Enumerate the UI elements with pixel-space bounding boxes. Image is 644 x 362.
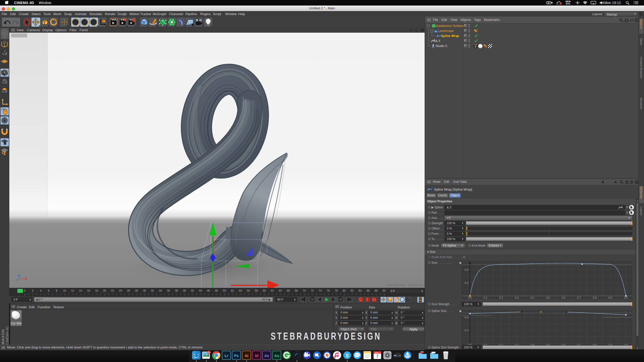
svg-text:Ps: Ps	[234, 353, 239, 358]
svg-text:0.4: 0.4	[465, 281, 468, 284]
svg-text:0.9: 0.9	[608, 296, 612, 299]
svg-text:Y: Y	[18, 267, 20, 270]
svg-text:Au: Au	[274, 353, 279, 358]
svg-text:Lr: Lr	[225, 353, 228, 358]
svg-text:Id: Id	[255, 353, 258, 358]
svg-text:Y: Y	[83, 20, 86, 24]
svg-text:S: S	[345, 353, 349, 358]
svg-text:S: S	[4, 119, 6, 122]
svg-text:0.8: 0.8	[465, 316, 468, 319]
svg-text:Z: Z	[17, 272, 19, 275]
svg-text:0.4: 0.4	[465, 329, 468, 332]
svg-text:X: X	[74, 20, 77, 24]
svg-text:0.5: 0.5	[546, 296, 550, 299]
svg-text:0.3: 0.3	[515, 296, 518, 299]
svg-text:0.1: 0.1	[484, 296, 487, 299]
svg-text:Ai: Ai	[245, 353, 249, 358]
svg-text:?: ?	[373, 298, 375, 301]
svg-text:0.6: 0.6	[561, 296, 565, 299]
svg-text:0.2: 0.2	[499, 296, 503, 299]
svg-text:AUG: AUG	[375, 352, 379, 354]
svg-text:0.4: 0.4	[530, 296, 534, 299]
svg-text:P: P	[401, 298, 403, 301]
svg-text:0.7: 0.7	[577, 296, 581, 299]
svg-text:Z: Z	[92, 20, 95, 24]
svg-text:359: 359	[207, 351, 211, 354]
svg-text:0.8: 0.8	[593, 296, 596, 299]
svg-text:7: 7	[376, 354, 378, 359]
svg-text:Ae: Ae	[264, 353, 269, 358]
svg-text:0.8: 0.8	[465, 268, 468, 271]
